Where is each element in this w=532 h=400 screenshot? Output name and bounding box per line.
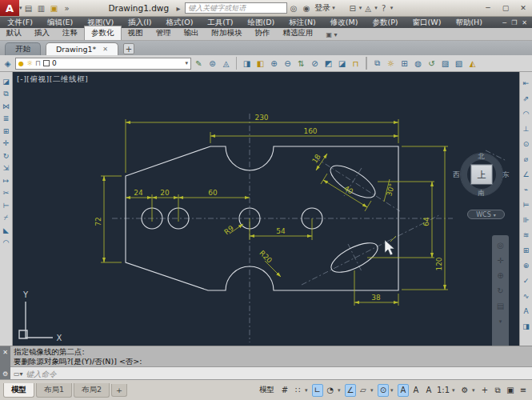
dim-jogged-icon[interactable]: ⌁ <box>521 182 532 197</box>
model-space-viewport[interactable]: 230 160 72 24 20 60 54 38 64 120 40 18 3… <box>0 72 532 346</box>
model-space-button[interactable]: 模型 <box>259 385 274 395</box>
showmotion-icon[interactable]: ▤ <box>497 302 504 310</box>
pan-icon[interactable]: ✛ <box>497 257 503 265</box>
isolate-objects-icon[interactable]: ⧉ <box>492 384 503 397</box>
viewport-controls[interactable]: [-][俯视][二维线框] <box>17 74 88 85</box>
orbit-icon[interactable]: ↻ <box>497 287 503 295</box>
dim-style-icon[interactable]: ◨ <box>521 318 532 334</box>
layer-color-swatch[interactable] <box>43 60 50 66</box>
save-as-icon[interactable]: ▥ <box>35 2 48 14</box>
layer-freeze-icon[interactable]: ⊕ <box>268 57 280 70</box>
tab-addins[interactable]: 附加模块 <box>206 26 249 40</box>
viewcube[interactable]: 北 西 东 南 上 <box>458 151 505 198</box>
layer-lock-icon[interactable]: ◩ <box>322 57 334 70</box>
dim-arc-length-icon[interactable]: ◠ <box>521 106 532 121</box>
otrack-caret-icon[interactable]: ▾ <box>370 387 376 394</box>
workspace-caret-icon[interactable]: ▾ <box>472 387 478 394</box>
clean-screen-icon[interactable]: ▣ <box>505 384 516 397</box>
search-input[interactable] <box>185 2 287 14</box>
scale-caret-icon[interactable]: ▾ <box>452 387 458 394</box>
dim-total-width[interactable]: 230 <box>254 114 268 122</box>
layer-states-icon[interactable]: ▨ <box>439 57 451 70</box>
help-caret-icon[interactable]: ▾ <box>390 5 394 11</box>
dim-right-height[interactable]: 120 <box>435 257 443 270</box>
dim-hole-radius[interactable]: R9 <box>222 224 235 236</box>
layer-merge-icon[interactable]: ⊞ <box>398 57 410 70</box>
viewcube-west[interactable]: 西 <box>453 170 460 180</box>
object-snap-icon[interactable]: ⊙ <box>378 384 389 397</box>
dim-spacing-icon[interactable]: ≋ <box>521 227 532 242</box>
window-maximize-icon[interactable]: ▢ <box>497 2 514 14</box>
dim-radius-icon[interactable]: ⊙ <box>521 136 532 151</box>
dim-continue-icon[interactable]: ⊪ <box>521 212 532 227</box>
layer-thaw-icon[interactable]: ☼ <box>26 59 33 67</box>
command-input[interactable] <box>26 370 532 378</box>
wcs-menu[interactable]: WCS▾ <box>467 210 505 219</box>
dim-ordinate-icon[interactable]: ⊥ <box>521 121 532 136</box>
break-icon[interactable]: ⌿ <box>1 212 12 225</box>
layer-off-icon[interactable]: ⊖ <box>282 57 294 70</box>
command-tools-icon[interactable]: ⚙ <box>2 370 8 378</box>
layout-tab-layout1[interactable]: 布局1 <box>36 383 72 398</box>
dim-slot-angle[interactable]: 30° <box>385 182 396 197</box>
layer-filter-icon[interactable]: ▧ <box>453 57 465 70</box>
layout-tab-layout2[interactable]: 布局2 <box>74 383 110 398</box>
chamfer-icon[interactable]: ◣ <box>1 224 12 237</box>
menu-parametric[interactable]: 参数(P) <box>365 17 405 28</box>
navbar-caret-icon[interactable]: ▾ <box>499 318 502 326</box>
menu-help[interactable]: 帮助(H) <box>448 17 490 28</box>
layer-unlock-all-icon[interactable]: ◪ <box>336 57 348 70</box>
annotation-visibility-icon[interactable]: A <box>398 384 409 397</box>
snap-mode-icon[interactable]: ∷ <box>292 384 303 397</box>
ribbon-display-toggle-icon[interactable]: ▣ ▾ <box>326 31 338 40</box>
previous-layer-icon[interactable]: ◬ <box>220 57 232 70</box>
dim-slot-edge-offset[interactable]: 38 <box>371 294 381 302</box>
command-close-icon[interactable]: ✕ <box>2 349 8 356</box>
search-icon[interactable]: ◎ <box>287 2 300 14</box>
layer-properties-icon[interactable]: ◈ <box>2 57 14 70</box>
fillet-icon[interactable]: ◠ <box>1 237 12 250</box>
file-tab-start[interactable]: 开始 <box>5 42 41 55</box>
window-minimize-icon[interactable]: ─ <box>479 2 497 14</box>
annotation-scale-value[interactable]: 1:1 <box>436 384 450 397</box>
window-close-icon[interactable]: ✕ <box>514 2 532 14</box>
new-drawing-tab-button[interactable]: + <box>123 43 134 54</box>
tab-home[interactable]: 默认 <box>0 26 28 40</box>
dim-inspect-icon[interactable]: ✓ <box>521 273 532 288</box>
offset-icon[interactable]: ≣ <box>1 113 12 126</box>
tab-view[interactable]: 视图 <box>122 26 150 40</box>
sign-in-caret-icon[interactable]: ▾ <box>332 5 335 11</box>
layer-lock-fade-icon[interactable]: ⊓ <box>350 57 362 70</box>
dim-upper-width[interactable]: 160 <box>303 127 317 135</box>
viewcube-east[interactable]: 东 <box>502 170 510 180</box>
customize-menu-icon[interactable]: ≡ <box>518 384 529 397</box>
quick-access-more-icon[interactable]: » <box>61 2 74 14</box>
layer-select-combo[interactable]: ● ☼ ⊓ 0 ▾ <box>15 58 191 70</box>
new-layout-button[interactable]: + <box>111 384 127 397</box>
layer-on-icon[interactable]: ● <box>18 60 24 67</box>
tab-collaborate[interactable]: 协作 <box>249 26 277 40</box>
layer-translator-icon[interactable]: ◭ <box>466 57 478 70</box>
trim-icon[interactable]: ✂ <box>1 187 12 200</box>
polar-tracking-icon[interactable]: ◔ <box>325 384 336 397</box>
iso-draft-icon[interactable]: ∠ <box>345 384 356 397</box>
full-nav-wheel-icon[interactable]: ◎ <box>497 242 504 250</box>
app-menu-icon[interactable]: A <box>0 0 19 16</box>
layer-unlock-icon[interactable]: ⊓ <box>35 59 41 67</box>
turn-all-layers-on-icon[interactable]: ☼ <box>385 57 397 70</box>
layer-delete-icon[interactable]: ⊘ <box>309 57 321 70</box>
workspace-switch-icon[interactable]: ⚙ <box>459 384 470 397</box>
sign-in-button[interactable]: 登录 <box>314 2 330 14</box>
object-snap-tracking-icon[interactable]: ▱ <box>358 384 369 397</box>
zoom-extents-icon[interactable]: ⊕ <box>497 272 503 280</box>
dim-hole-span[interactable]: 60 <box>208 189 218 197</box>
dim-angular-icon[interactable]: ∠ <box>521 166 532 182</box>
copy-to-layer-icon[interactable]: ⧉ <box>371 57 383 70</box>
annotation-autoscale-icon[interactable]: A <box>410 384 422 397</box>
user-icon[interactable]: ◉ <box>300 2 313 14</box>
exchange-apps-icon[interactable]: ◬ <box>362 2 374 14</box>
tab-manage[interactable]: 管理 <box>150 26 178 40</box>
help-icon[interactable]: ? <box>378 2 390 14</box>
osnap-caret-icon[interactable]: ▾ <box>390 387 396 394</box>
tab-featured-apps[interactable]: 精选应用 <box>277 26 320 40</box>
